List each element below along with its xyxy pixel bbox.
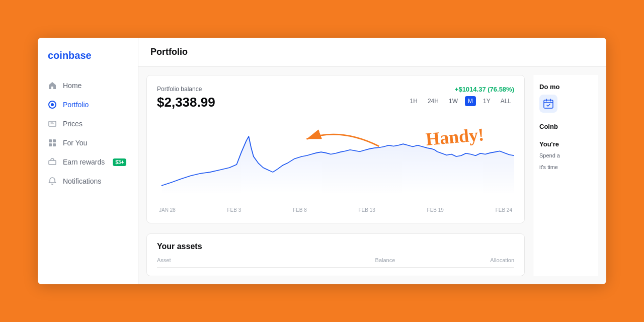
chart-header: Portfolio balance $2,338.99 +$1014.37 (7… (157, 86, 514, 110)
svg-rect-6 (49, 143, 52, 146)
spend-text: Spend a (539, 152, 592, 159)
svg-rect-5 (53, 139, 56, 142)
time-filter-all[interactable]: ALL (498, 96, 514, 106)
logo: coinbase (38, 48, 138, 76)
right-panel: Do mo Coinb You're Spend (533, 75, 598, 276)
chart-label-feb24: FEB 24 (496, 207, 512, 213)
sidebar-item-home-label: Home (63, 82, 82, 90)
chart-card: Portfolio balance $2,338.99 +$1014.37 (7… (146, 75, 525, 223)
sidebar-item-notifications[interactable]: Notifications (38, 172, 138, 191)
portfolio-icon (48, 100, 57, 109)
balance-amount: $2,338.99 (157, 95, 215, 110)
sidebar-item-earn-rewards[interactable]: Earn rewards $3+ (38, 152, 138, 172)
earn-rewards-icon (48, 157, 57, 167)
chart-label-feb13: FEB 13 (359, 207, 375, 213)
svg-rect-8 (49, 160, 56, 165)
its-time-text: it's time (539, 164, 592, 171)
content-area: Portfolio balance $2,338.99 +$1014.37 (7… (138, 67, 606, 284)
coinbase-title: Coinb (539, 123, 592, 130)
time-filter-m[interactable]: M (465, 96, 476, 106)
col-header-asset: Asset (157, 257, 276, 263)
prices-icon (48, 119, 57, 128)
calendar-icon (539, 95, 557, 113)
for-you-icon (48, 138, 57, 147)
sidebar-item-for-you[interactable]: For You (38, 133, 138, 152)
youre-title: You're (539, 140, 592, 148)
sidebar-item-home[interactable]: Home (38, 76, 138, 95)
page-title: Portfolio (150, 47, 188, 57)
chart-label-jan28: JAN 28 (159, 207, 176, 213)
time-filter-24h[interactable]: 24H (425, 96, 442, 106)
time-filter-1h[interactable]: 1H (407, 96, 421, 106)
do-more-title: Do mo (539, 83, 592, 91)
balance-change: +$1014.37 (76.58%) (455, 86, 514, 93)
sidebar-item-prices[interactable]: Prices (38, 114, 138, 133)
sidebar-item-portfolio-label: Portfolio (63, 101, 89, 109)
sidebar-item-for-you-label: For You (63, 139, 87, 147)
time-filter-1y[interactable]: 1Y (480, 96, 494, 106)
chart-label-feb19: FEB 19 (427, 207, 444, 213)
do-more-section: Do mo (539, 83, 592, 113)
chart-area: Handy! (157, 116, 514, 205)
chart-label-feb3: FEB 3 (227, 207, 242, 213)
svg-marker-9 (162, 136, 514, 195)
assets-title: Your assets (157, 242, 514, 251)
browser-window: coinbase Home Portfolio (38, 38, 606, 284)
notifications-icon (48, 177, 57, 186)
svg-text:coinbase: coinbase (48, 50, 92, 61)
earn-rewards-badge: $3+ (113, 158, 126, 166)
chart-label-feb8: FEB 8 (293, 207, 307, 213)
balance-label: Portfolio balance (157, 86, 215, 93)
coinbase-section: Coinb (539, 123, 592, 130)
sidebar-item-earn-rewards-label: Earn rewards (63, 158, 105, 166)
col-header-allocation: Allocation (395, 257, 514, 263)
sidebar-item-prices-label: Prices (63, 120, 83, 128)
svg-rect-7 (53, 143, 56, 146)
page-header: Portfolio (138, 38, 606, 67)
col-header-balance: Balance (276, 257, 395, 263)
chart-labels: JAN 28 FEB 3 FEB 8 FEB 13 FEB 19 FEB 24 (157, 207, 514, 213)
youre-section: You're Spend a it's time (539, 140, 592, 172)
assets-table-header: Asset Balance Allocation (157, 257, 514, 268)
time-filters: 1H 24H 1W M 1Y ALL (407, 96, 514, 106)
sidebar-item-portfolio[interactable]: Portfolio (38, 95, 138, 114)
home-icon (48, 81, 57, 90)
svg-point-2 (51, 103, 54, 106)
left-column: Portfolio balance $2,338.99 +$1014.37 (7… (146, 75, 525, 276)
sidebar: coinbase Home Portfolio (38, 38, 138, 284)
svg-rect-4 (49, 139, 52, 142)
svg-rect-11 (544, 100, 553, 108)
assets-section: Your assets Asset Balance Allocation (146, 233, 525, 276)
balance-section: Portfolio balance $2,338.99 (157, 86, 215, 110)
main-content: Portfolio Portfolio balance $2,338.99 +$… (138, 38, 606, 284)
time-filter-1w[interactable]: 1W (446, 96, 461, 106)
sidebar-item-notifications-label: Notifications (63, 177, 101, 185)
